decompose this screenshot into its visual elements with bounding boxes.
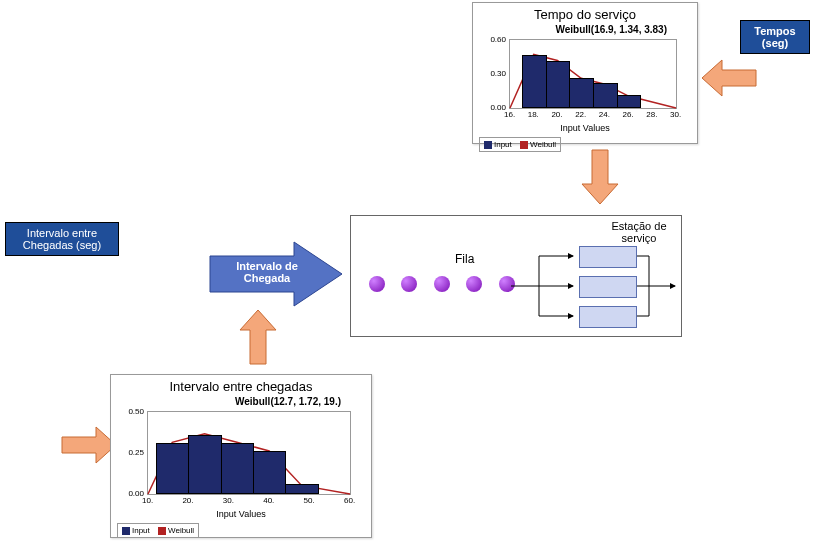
svg-marker-2 [240,310,276,364]
chart-bar [522,55,547,108]
queue-box: Estação de serviço Fila [350,215,682,337]
queue-dots [363,276,521,296]
label-queue: Fila [455,252,474,266]
label-service-station: Estação de serviço [601,220,677,244]
chart-arrival-interval: Intervalo entre chegadas Weibull(12.7, 1… [110,374,372,538]
chart-title: Intervalo entre chegadas [111,375,371,396]
chart-subtitle: Weibull(16.9, 1.34, 3.83) [473,24,697,35]
service-box [579,306,637,328]
chart-bar [221,443,254,494]
chart-area: 0.000.250.50 10.20.30.40.50.60. [147,411,351,495]
label-times-sec: Tempos (seg) [740,20,810,54]
chart-title: Tempo do serviço [473,3,697,24]
service-box [579,276,637,298]
service-box [579,246,637,268]
chart-xlabel: Input Values [111,509,371,519]
arrow-up-to-chegada [238,308,278,366]
label-interval-arrival: Intervalo de Chegada [222,260,312,284]
chart-bar [569,78,594,108]
chart-bar [253,451,286,494]
chart-subtitle: Weibull(12.7, 1.72, 19.) [111,396,371,407]
arrow-into-service-chart [700,58,758,98]
queue-dot [369,276,385,292]
queue-dot [434,276,450,292]
arrow-down-to-service [580,148,620,206]
chart-service-time: Tempo do serviço Weibull(16.9, 1.34, 3.8… [472,2,698,144]
chart-bar [546,61,571,108]
queue-dot [401,276,417,292]
chart-bar [593,83,618,108]
chart-area: 0.000.300.60 16.18.20.22.24.26.28.30. [509,39,677,109]
chart-bar [188,435,221,494]
chart-legend: Input Weibull [479,137,561,152]
svg-marker-4 [582,150,618,204]
chart-xlabel: Input Values [473,123,697,133]
chart-legend: Input Weibull [117,523,199,538]
chart-bar [617,95,642,108]
chart-bar [285,484,318,494]
svg-marker-1 [62,427,116,463]
svg-marker-3 [702,60,756,96]
queue-dot [466,276,482,292]
label-interval-between-arrivals: Intervalo entre Chegadas (seg) [5,222,119,256]
chart-bar [156,443,189,494]
